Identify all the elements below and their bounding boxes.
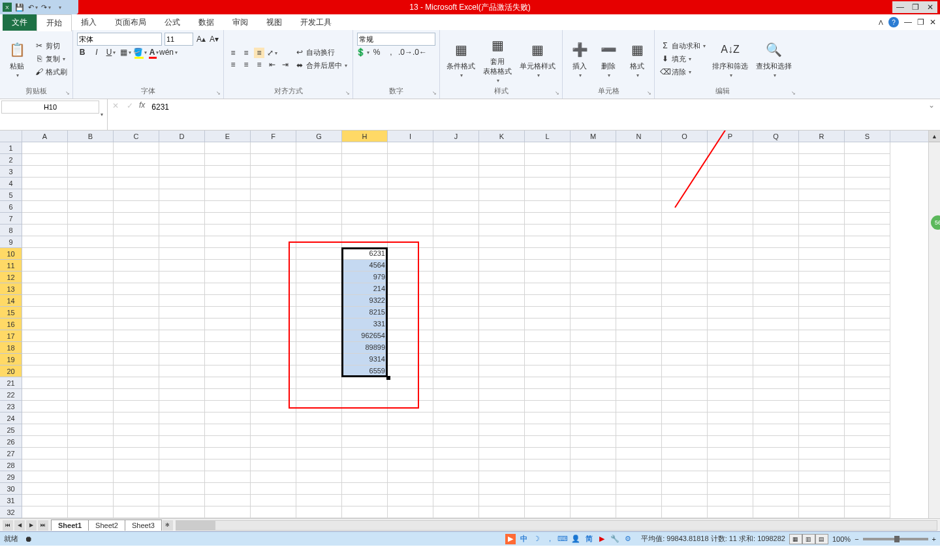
cell-N16[interactable] xyxy=(616,319,662,330)
cell-A32[interactable] xyxy=(22,506,68,518)
cell-E16[interactable] xyxy=(205,319,251,330)
cell-O20[interactable] xyxy=(662,366,708,377)
tab-dev[interactable]: 开发工具 xyxy=(291,14,341,31)
insert-cells-button[interactable]: ➕插入▾ xyxy=(567,38,593,80)
cell-N1[interactable] xyxy=(616,142,662,154)
cell-Q31[interactable] xyxy=(753,495,799,506)
cell-H10[interactable]: 6231 xyxy=(342,248,388,260)
autosum-button[interactable]: Σ自动求和▾ xyxy=(659,40,707,52)
cell-M7[interactable] xyxy=(571,213,616,225)
cell-J16[interactable] xyxy=(433,319,479,330)
cell-L27[interactable] xyxy=(525,448,571,459)
cell-Q30[interactable] xyxy=(753,483,799,495)
cell-K32[interactable] xyxy=(479,506,525,518)
cell-C10[interactable] xyxy=(114,248,159,260)
cell-D3[interactable] xyxy=(159,166,205,178)
cell-L29[interactable] xyxy=(525,471,571,483)
cell-A30[interactable] xyxy=(22,483,68,495)
cell-M24[interactable] xyxy=(571,412,616,424)
cell-H3[interactable] xyxy=(342,166,388,178)
cell-J2[interactable] xyxy=(433,154,479,166)
cell-F30[interactable] xyxy=(251,483,296,495)
cell-H15[interactable]: 8215 xyxy=(342,307,388,319)
cell-B26[interactable] xyxy=(68,436,114,448)
cell-N23[interactable] xyxy=(616,401,662,412)
cell-J29[interactable] xyxy=(433,471,479,483)
increase-font-icon[interactable]: A▴ xyxy=(196,34,206,44)
row-header-17[interactable]: 17 xyxy=(0,330,22,342)
cell-G2[interactable] xyxy=(296,154,342,166)
cell-B4[interactable] xyxy=(68,178,114,189)
cell-B9[interactable] xyxy=(68,236,114,248)
cell-D5[interactable] xyxy=(159,189,205,201)
row-header-23[interactable]: 23 xyxy=(0,401,22,412)
cell-C24[interactable] xyxy=(114,412,159,424)
cell-G6[interactable] xyxy=(296,201,342,213)
cell-M22[interactable] xyxy=(571,389,616,401)
cell-P3[interactable] xyxy=(708,166,753,178)
cell-K9[interactable] xyxy=(479,236,525,248)
cell-P17[interactable] xyxy=(708,330,753,342)
qat-more-icon[interactable]: ▾ xyxy=(55,2,65,12)
cell-S32[interactable] xyxy=(845,506,890,518)
cell-S5[interactable] xyxy=(845,189,890,201)
cell-J6[interactable] xyxy=(433,201,479,213)
cell-N15[interactable] xyxy=(616,307,662,319)
cell-P18[interactable] xyxy=(708,342,753,354)
cell-J8[interactable] xyxy=(433,225,479,236)
cell-Q7[interactable] xyxy=(753,213,799,225)
cell-E3[interactable] xyxy=(205,166,251,178)
cell-F27[interactable] xyxy=(251,448,296,459)
cell-G5[interactable] xyxy=(296,189,342,201)
cell-K25[interactable] xyxy=(479,424,525,436)
cell-E30[interactable] xyxy=(205,483,251,495)
row-header-21[interactable]: 21 xyxy=(0,377,22,389)
cancel-formula-icon[interactable]: ✕ xyxy=(110,101,121,111)
cell-Q28[interactable] xyxy=(753,459,799,471)
cell-R9[interactable] xyxy=(799,236,845,248)
cell-C19[interactable] xyxy=(114,354,159,366)
cell-O4[interactable] xyxy=(662,178,708,189)
cell-A6[interactable] xyxy=(22,201,68,213)
cell-N20[interactable] xyxy=(616,366,662,377)
cell-P30[interactable] xyxy=(708,483,753,495)
cell-S26[interactable] xyxy=(845,436,890,448)
cell-N7[interactable] xyxy=(616,213,662,225)
cell-H31[interactable] xyxy=(342,495,388,506)
cell-F18[interactable] xyxy=(251,342,296,354)
cell-J30[interactable] xyxy=(433,483,479,495)
cell-M3[interactable] xyxy=(571,166,616,178)
cell-E9[interactable] xyxy=(205,236,251,248)
cell-A18[interactable] xyxy=(22,342,68,354)
cell-F11[interactable] xyxy=(251,260,296,272)
cell-A22[interactable] xyxy=(22,389,68,401)
cell-O17[interactable] xyxy=(662,330,708,342)
cell-I1[interactable] xyxy=(388,142,433,154)
gear-icon[interactable]: ⚙ xyxy=(623,534,633,544)
cell-B10[interactable] xyxy=(68,248,114,260)
cell-M15[interactable] xyxy=(571,307,616,319)
cell-R7[interactable] xyxy=(799,213,845,225)
cell-B21[interactable] xyxy=(68,377,114,389)
row-header-30[interactable]: 30 xyxy=(0,483,22,495)
cell-H32[interactable] xyxy=(342,506,388,518)
cell-K20[interactable] xyxy=(479,366,525,377)
row-header-31[interactable]: 31 xyxy=(0,495,22,506)
col-header-I[interactable]: I xyxy=(388,131,433,142)
cell-I15[interactable] xyxy=(388,307,433,319)
col-header-F[interactable]: F xyxy=(251,131,296,142)
row-header-22[interactable]: 22 xyxy=(0,389,22,401)
cell-E6[interactable] xyxy=(205,201,251,213)
cell-S23[interactable] xyxy=(845,401,890,412)
col-header-H[interactable]: H xyxy=(342,131,388,142)
cell-F7[interactable] xyxy=(251,213,296,225)
cell-B30[interactable] xyxy=(68,483,114,495)
cell-L19[interactable] xyxy=(525,354,571,366)
cell-K23[interactable] xyxy=(479,401,525,412)
col-header-N[interactable]: N xyxy=(616,131,662,142)
cell-O31[interactable] xyxy=(662,495,708,506)
cell-Q26[interactable] xyxy=(753,436,799,448)
cell-Q32[interactable] xyxy=(753,506,799,518)
cell-P28[interactable] xyxy=(708,459,753,471)
cell-C29[interactable] xyxy=(114,471,159,483)
